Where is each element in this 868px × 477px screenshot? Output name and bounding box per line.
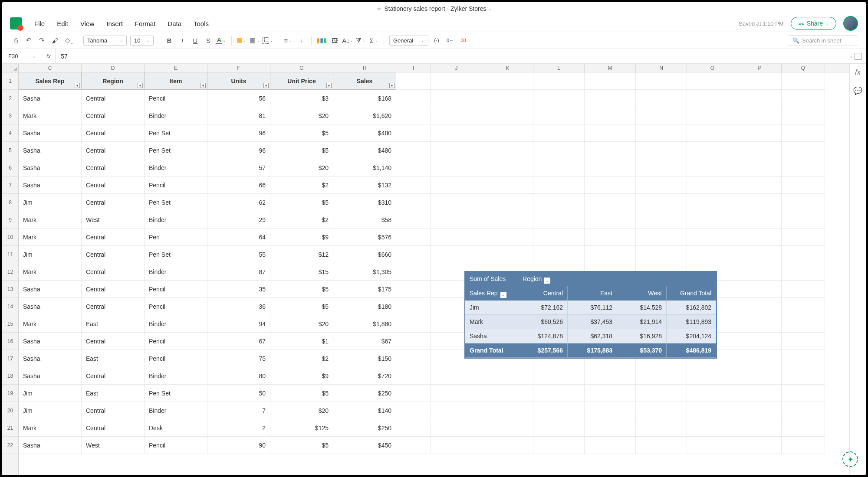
cell-D14[interactable]: Central (82, 298, 145, 315)
cell-blank[interactable] (782, 263, 825, 281)
select-all-corner[interactable] (2, 64, 19, 72)
cell-E2[interactable]: Pencil (145, 90, 207, 107)
row-header-2[interactable]: 2 (2, 90, 18, 107)
cell-blank[interactable] (585, 90, 636, 107)
cell-blank[interactable] (396, 281, 431, 298)
row-header-22[interactable]: 22 (2, 437, 18, 454)
cell-blank[interactable] (585, 142, 636, 159)
cell-blank[interactable] (782, 350, 825, 367)
cell-blank[interactable] (482, 142, 533, 159)
cell-E9[interactable]: Binder (145, 211, 207, 229)
cell-blank[interactable] (533, 437, 585, 454)
cell-blank[interactable] (687, 159, 738, 176)
cell-F16[interactable]: 67 (207, 333, 270, 350)
cell-blank[interactable] (482, 367, 533, 385)
cell-G9[interactable]: $2 (270, 211, 333, 229)
document-title[interactable]: Stationery sales report - Zylker Stores (385, 5, 487, 12)
title-dropdown-icon[interactable]: ⌄ (488, 6, 492, 12)
cell-D18[interactable]: Central (82, 367, 145, 385)
cell-reference-box[interactable]: F30⌄ (2, 49, 42, 63)
cell-C8[interactable]: Jim (19, 194, 82, 211)
cell-blank[interactable] (636, 194, 687, 211)
cell-G14[interactable]: $5 (270, 298, 333, 315)
cell-blank[interactable] (396, 437, 431, 454)
favorite-star-icon[interactable]: ★ (376, 5, 382, 12)
cell-H4[interactable]: $480 (333, 124, 396, 142)
row-header-12[interactable]: 12 (2, 263, 18, 281)
column-header-M[interactable]: M (585, 64, 636, 72)
cell-H18[interactable]: $720 (333, 367, 396, 385)
cell-blank[interactable] (738, 367, 782, 385)
cell-blank[interactable] (636, 367, 687, 385)
cell-D4[interactable]: Central (82, 124, 145, 142)
cell-H5[interactable]: $480 (333, 142, 396, 159)
cell-blank[interactable] (533, 107, 585, 124)
cell-E6[interactable]: Binder (145, 159, 207, 176)
underline-button[interactable]: U (191, 36, 200, 45)
header-sales[interactable]: Sales▾ (333, 72, 396, 90)
cell-blank[interactable] (533, 159, 585, 176)
cell-blank[interactable] (782, 367, 825, 385)
cell-D20[interactable]: Central (82, 402, 145, 419)
cell-blank[interactable] (738, 437, 782, 454)
cell-G6[interactable]: $20 (270, 159, 333, 176)
cell-E14[interactable]: Pencil (145, 298, 207, 315)
cell-blank[interactable] (396, 107, 431, 124)
cell-C22[interactable]: Sasha (19, 437, 82, 454)
cell-H7[interactable]: $132 (333, 176, 396, 194)
header-item[interactable]: Item▾ (145, 72, 207, 90)
formula-expand-icon[interactable]: ⌄ (849, 54, 853, 59)
spreadsheet-grid[interactable]: CDEFGHIJKLMNOPQ 123456789101112131415161… (2, 64, 849, 475)
cell-blank[interactable] (431, 107, 482, 124)
cell-blank[interactable] (782, 281, 825, 298)
fill-color-button[interactable]: ⌄ (237, 36, 247, 45)
menu-data[interactable]: Data (168, 20, 181, 27)
cell-blank[interactable] (636, 107, 687, 124)
cell-blank[interactable] (782, 211, 825, 229)
cell-blank[interactable] (396, 72, 431, 90)
cell-blank[interactable] (636, 385, 687, 402)
cell-H13[interactable]: $175 (333, 281, 396, 298)
cell-blank[interactable] (396, 333, 431, 350)
cell-blank[interactable] (738, 72, 782, 90)
cell-D5[interactable]: Central (82, 142, 145, 159)
cell-blank[interactable] (782, 402, 825, 419)
cell-H8[interactable]: $310 (333, 194, 396, 211)
cell-blank[interactable] (687, 176, 738, 194)
cell-blank[interactable] (738, 350, 782, 367)
cell-blank[interactable] (636, 419, 687, 437)
cell-G4[interactable]: $5 (270, 124, 333, 142)
cell-G10[interactable]: $9 (270, 229, 333, 246)
column-header-P[interactable]: P (738, 64, 782, 72)
cell-D13[interactable]: Central (82, 281, 145, 298)
cell-blank[interactable] (738, 298, 782, 315)
cell-F20[interactable]: 7 (207, 402, 270, 419)
column-header-H[interactable]: H (333, 64, 396, 72)
cell-blank[interactable] (431, 142, 482, 159)
cell-E4[interactable]: Pen Set (145, 124, 207, 142)
vertical-align-button[interactable]: ⫞ (296, 36, 306, 45)
cell-blank[interactable] (738, 194, 782, 211)
cell-blank[interactable] (396, 194, 431, 211)
cell-D11[interactable]: Central (82, 246, 145, 263)
cell-blank[interactable] (687, 142, 738, 159)
cell-blank[interactable] (782, 142, 825, 159)
filter-dropdown-icon[interactable]: ▾ (75, 83, 80, 88)
cell-C20[interactable]: Jim (19, 402, 82, 419)
number-format-select[interactable]: General⌄ (389, 36, 428, 46)
comments-panel-icon[interactable]: 💬 (853, 86, 862, 95)
cell-blank[interactable] (482, 229, 533, 246)
cell-G20[interactable]: $20 (270, 402, 333, 419)
functions-icon[interactable]: Σ⌄ (369, 36, 378, 45)
cell-E8[interactable]: Pen Set (145, 194, 207, 211)
cell-H12[interactable]: $1,305 (333, 263, 396, 281)
cell-H2[interactable]: $168 (333, 90, 396, 107)
filter-icon[interactable]: ⧩⌄ (356, 36, 365, 45)
cell-blank[interactable] (396, 315, 431, 333)
user-avatar[interactable] (843, 16, 858, 31)
pivot-row-mark[interactable]: Mark (465, 315, 518, 329)
cell-blank[interactable] (585, 176, 636, 194)
cell-blank[interactable] (782, 107, 825, 124)
cell-blank[interactable] (431, 229, 482, 246)
cell-E12[interactable]: Binder (145, 263, 207, 281)
